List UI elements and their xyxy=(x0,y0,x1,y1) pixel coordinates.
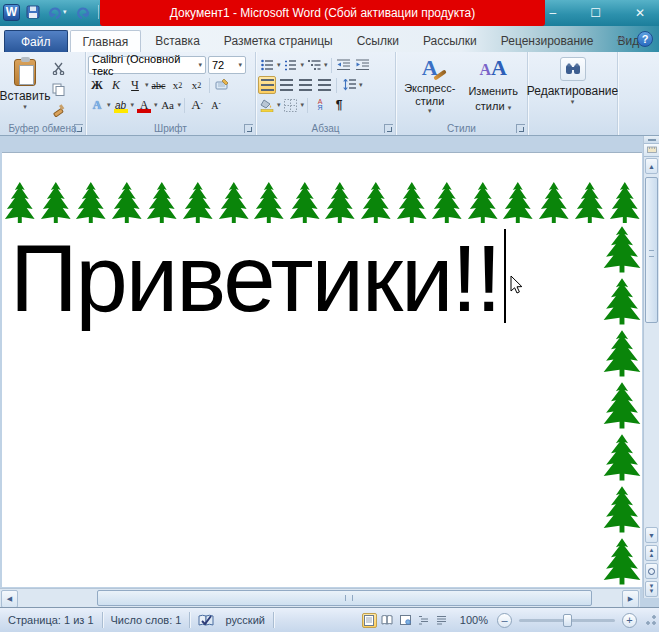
align-center-button[interactable] xyxy=(277,76,295,94)
justify-button[interactable] xyxy=(315,76,333,94)
tab-review[interactable]: Рецензирование xyxy=(489,30,606,52)
copy-button[interactable] xyxy=(48,80,68,99)
document-text[interactable]: Приветики!! xyxy=(10,225,506,333)
view-fullscreen-reading-button[interactable] xyxy=(380,613,395,628)
select-browse-object-button[interactable] xyxy=(645,563,658,579)
scroll-right-button[interactable]: ▶ xyxy=(622,590,639,608)
undo-button[interactable]: ▾ xyxy=(46,3,69,21)
bold-button[interactable]: Ж xyxy=(88,76,106,94)
undo-dropdown[interactable]: ▾ xyxy=(63,8,67,16)
borders-button[interactable] xyxy=(282,96,300,114)
cut-button[interactable] xyxy=(48,59,68,78)
help-button[interactable]: ? xyxy=(637,31,653,47)
tab-home[interactable]: Главная xyxy=(70,30,142,52)
highlight-dropdown[interactable]: ▾ xyxy=(131,101,135,109)
zoom-slider-thumb[interactable] xyxy=(563,614,572,627)
minimize-button[interactable]: – xyxy=(543,6,562,20)
proofing-status[interactable] xyxy=(190,608,223,632)
close-button[interactable]: ✕ xyxy=(629,6,651,20)
change-case-button[interactable]: Аа xyxy=(159,96,177,114)
zoom-level-label[interactable]: 100% xyxy=(460,614,488,626)
font-size-combobox[interactable]: 72 ▾ xyxy=(208,56,246,74)
word-count-indicator[interactable]: Число слов: 1 xyxy=(103,608,190,632)
tab-mailings[interactable]: Рассылки xyxy=(411,30,489,52)
font-color-button[interactable]: А xyxy=(135,96,153,114)
page-number-indicator[interactable]: Страница: 1 из 1 xyxy=(0,608,102,632)
tab-page-layout[interactable]: Разметка страницы xyxy=(212,30,345,52)
change-styles-button[interactable]: АА Изменить стили ▾ xyxy=(462,56,524,120)
view-print-layout-button[interactable] xyxy=(362,613,377,628)
underline-button[interactable]: Ч xyxy=(126,76,144,94)
clear-formatting-button[interactable] xyxy=(213,76,231,94)
strikethrough-button[interactable]: abc xyxy=(150,76,168,94)
maximize-button[interactable]: ☐ xyxy=(584,6,607,20)
tab-insert[interactable]: Вставка xyxy=(143,30,212,52)
tab-file[interactable]: Файл xyxy=(4,30,68,52)
multilevel-list-button[interactable] xyxy=(305,56,323,74)
save-button[interactable] xyxy=(24,3,42,21)
bullets-button[interactable] xyxy=(258,56,276,74)
numbering-button[interactable] xyxy=(282,56,300,74)
zoom-in-button[interactable]: + xyxy=(622,613,637,628)
paste-button[interactable]: Вставить ▾ xyxy=(2,55,48,120)
text-effects-button[interactable]: А xyxy=(88,96,106,114)
multilevel-dropdown[interactable]: ▾ xyxy=(324,61,328,69)
shrink-font-button[interactable]: Аˇ xyxy=(207,96,225,114)
find-button[interactable] xyxy=(560,57,586,81)
text-effects-dropdown[interactable]: ▾ xyxy=(107,101,111,109)
format-painter-button[interactable] xyxy=(48,101,68,120)
scroll-down-button[interactable]: ▼ xyxy=(645,527,658,543)
sort-button[interactable]: А Я xyxy=(311,96,329,114)
group-label-clipboard: Буфер обмена xyxy=(0,123,85,134)
ruler-toggle-button[interactable] xyxy=(644,144,659,157)
shading-dropdown[interactable]: ▾ xyxy=(277,101,281,109)
scroll-up-button[interactable]: ▲ xyxy=(645,158,658,174)
numbering-dropdown[interactable]: ▾ xyxy=(301,61,305,69)
highlight-button[interactable]: ab xyxy=(112,96,130,114)
view-outline-button[interactable] xyxy=(416,613,431,628)
styles-dialog-launcher[interactable] xyxy=(516,124,525,133)
superscript-button[interactable]: x2 xyxy=(188,76,206,94)
language-indicator[interactable]: русский xyxy=(223,608,272,632)
decrease-indent-button[interactable] xyxy=(335,56,353,74)
show-marks-button[interactable]: ¶ xyxy=(330,96,348,114)
clipboard-dialog-launcher[interactable] xyxy=(74,124,83,133)
bullets-dropdown[interactable]: ▾ xyxy=(277,61,281,69)
minimize-ribbon-icon[interactable] xyxy=(616,36,627,42)
line-spacing-button[interactable] xyxy=(340,76,358,94)
font-color-dropdown[interactable]: ▾ xyxy=(154,101,158,109)
view-draft-button[interactable] xyxy=(434,613,449,628)
split-handle[interactable] xyxy=(644,136,659,144)
shading-button[interactable] xyxy=(258,96,276,114)
font-dialog-launcher[interactable] xyxy=(244,124,253,133)
vertical-scroll-track[interactable] xyxy=(644,175,659,526)
horizontal-scroll-track[interactable] xyxy=(19,589,621,607)
next-page-button[interactable]: ▼▼ xyxy=(645,581,658,597)
borders-dropdown[interactable]: ▾ xyxy=(301,101,305,109)
horizontal-scroll-thumb[interactable] xyxy=(97,590,592,606)
view-web-layout-button[interactable] xyxy=(398,613,413,628)
change-case-dropdown[interactable]: ▾ xyxy=(178,101,182,109)
zoom-slider-track[interactable] xyxy=(519,619,615,622)
zoom-out-button[interactable]: – xyxy=(497,613,512,628)
tab-references[interactable]: Ссылки xyxy=(345,30,411,52)
italic-button[interactable]: К xyxy=(107,76,125,94)
align-right-button[interactable] xyxy=(296,76,314,94)
underline-dropdown[interactable]: ▾ xyxy=(145,81,149,89)
editing-dropdown[interactable]: ▾ xyxy=(571,98,575,106)
resize-grip[interactable] xyxy=(644,614,657,627)
increase-indent-button[interactable] xyxy=(354,56,372,74)
vertical-scroll-thumb[interactable] xyxy=(645,177,658,323)
redo-button[interactable] xyxy=(73,3,92,21)
line-spacing-dropdown[interactable]: ▾ xyxy=(359,81,363,89)
scroll-left-button[interactable]: ◀ xyxy=(1,590,18,608)
quick-styles-button[interactable]: А Экспресс-стили ▾ xyxy=(399,56,461,120)
paragraph-dialog-launcher[interactable] xyxy=(384,124,393,133)
previous-page-button[interactable]: ▲▲ xyxy=(645,545,658,561)
grow-font-button[interactable]: Аˆ xyxy=(188,96,206,114)
word-logo-icon[interactable]: W xyxy=(3,4,20,21)
subscript-button[interactable]: x2 xyxy=(169,76,187,94)
align-left-button[interactable] xyxy=(258,76,276,94)
document-page[interactable]: Приветики!! xyxy=(2,152,642,587)
font-name-combobox[interactable]: Calibri (Основной текс ▾ xyxy=(88,56,206,74)
